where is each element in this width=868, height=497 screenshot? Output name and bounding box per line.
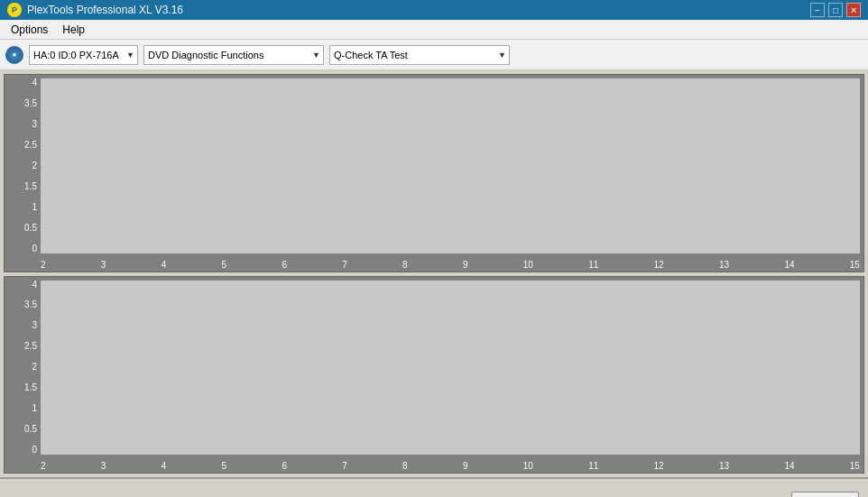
x-label-4: 4 xyxy=(162,261,167,270)
bottom-chart-area xyxy=(41,281,860,456)
menu-bar: Options Help xyxy=(0,20,868,40)
b-x-label-8: 8 xyxy=(402,462,408,471)
top-chart-area xyxy=(41,78,860,253)
b-x-label-2: 2 xyxy=(41,462,46,471)
x-label-7: 7 xyxy=(342,261,347,270)
title-bar: P PlexTools Professional XL V3.16 − □ ✕ xyxy=(0,0,868,20)
bottom-panel: Jitter: 4 Peak Shift: 4 TA Quality Indic… xyxy=(0,477,868,497)
b-y-label-15: 1.5 xyxy=(24,383,37,392)
b-y-label-25: 2.5 xyxy=(24,342,37,351)
b-x-label-5: 5 xyxy=(222,462,227,471)
y-label-05: 0.5 xyxy=(24,224,37,233)
x-label-14: 14 xyxy=(784,261,794,270)
b-x-label-12: 12 xyxy=(654,462,664,471)
x-label-10: 10 xyxy=(523,261,533,270)
b-x-label-13: 13 xyxy=(719,462,729,471)
b-y-label-4: 4 xyxy=(32,281,37,290)
b-x-label-15: 15 xyxy=(850,462,860,471)
b-x-label-10: 10 xyxy=(523,462,533,471)
b-y-label-3: 3 xyxy=(32,321,37,330)
x-label-13: 13 xyxy=(719,261,729,270)
test-select-wrapper: Q-Check TA Test ▼ xyxy=(329,45,510,65)
function-select-wrapper: DVD Diagnostic Functions ▼ xyxy=(143,45,324,65)
menu-options[interactable]: Options xyxy=(4,22,55,38)
bottom-chart: 4 3.5 3 2.5 2 1.5 1 0.5 0 2 3 4 5 6 7 8 … xyxy=(4,276,864,474)
b-y-label-05: 0.5 xyxy=(24,425,37,434)
start-info-group: Start i xyxy=(791,484,859,497)
function-select[interactable]: DVD Diagnostic Functions xyxy=(143,45,324,65)
b-x-label-7: 7 xyxy=(342,462,347,471)
app-icon: P xyxy=(7,3,22,17)
x-label-8: 8 xyxy=(402,261,408,270)
x-label-12: 12 xyxy=(654,261,664,270)
b-x-label-6: 6 xyxy=(282,462,287,471)
b-x-label-3: 3 xyxy=(101,462,106,471)
y-label-3: 3 xyxy=(32,120,37,129)
title-bar-left: P PlexTools Professional XL V3.16 xyxy=(7,3,183,17)
top-chart: 4 3.5 3 2.5 2 1.5 1 0.5 0 2 3 4 5 6 7 8 … xyxy=(4,74,864,272)
top-chart-x-axis: 2 3 4 5 6 7 8 9 10 11 12 13 14 15 xyxy=(41,261,860,270)
minimize-button[interactable]: − xyxy=(810,3,825,17)
x-label-5: 5 xyxy=(222,261,227,270)
y-label-35: 3.5 xyxy=(24,99,37,108)
maximize-button[interactable]: □ xyxy=(828,3,843,17)
menu-help[interactable]: Help xyxy=(55,22,92,38)
b-y-label-1: 1 xyxy=(32,404,37,413)
close-button[interactable]: ✕ xyxy=(846,3,861,17)
test-select[interactable]: Q-Check TA Test xyxy=(329,45,510,65)
y-label-1: 1 xyxy=(32,203,37,212)
top-chart-canvas xyxy=(41,78,311,214)
b-x-label-11: 11 xyxy=(588,462,598,471)
top-chart-y-axis: 4 3.5 3 2.5 2 1.5 1 0.5 0 xyxy=(5,78,41,253)
bottom-chart-canvas xyxy=(41,281,311,416)
device-icon: ● xyxy=(5,46,23,64)
y-label-25: 2.5 xyxy=(24,141,37,150)
y-label-15: 1.5 xyxy=(24,182,37,191)
x-label-9: 9 xyxy=(463,261,468,270)
y-label-0: 0 xyxy=(32,244,37,253)
x-label-2: 2 xyxy=(41,261,46,270)
bottom-chart-y-axis: 4 3.5 3 2.5 2 1.5 1 0.5 0 xyxy=(5,281,41,456)
y-label-2: 2 xyxy=(32,161,37,170)
b-y-label-0: 0 xyxy=(32,446,37,455)
app-title: PlexTools Professional XL V3.16 xyxy=(27,4,183,16)
x-label-15: 15 xyxy=(850,261,860,270)
b-y-label-35: 3.5 xyxy=(24,300,37,309)
start-button[interactable]: Start xyxy=(791,492,859,497)
b-x-label-9: 9 xyxy=(463,462,468,471)
bottom-chart-x-axis: 2 3 4 5 6 7 8 9 10 11 12 13 14 15 xyxy=(41,462,860,471)
b-x-label-14: 14 xyxy=(784,462,794,471)
x-label-6: 6 xyxy=(282,261,287,270)
toolbar: ● HA:0 ID:0 PX-716A ▼ DVD Diagnostic Fun… xyxy=(0,40,868,70)
x-label-3: 3 xyxy=(101,261,106,270)
title-controls: − □ ✕ xyxy=(810,3,861,17)
device-select[interactable]: HA:0 ID:0 PX-716A xyxy=(29,45,138,65)
b-y-label-2: 2 xyxy=(32,363,37,372)
main-content: 4 3.5 3 2.5 2 1.5 1 0.5 0 2 3 4 5 6 7 8 … xyxy=(0,70,868,477)
device-select-wrapper: HA:0 ID:0 PX-716A ▼ xyxy=(29,45,138,65)
x-label-11: 11 xyxy=(588,261,598,270)
y-label-4: 4 xyxy=(32,78,37,87)
b-x-label-4: 4 xyxy=(162,462,167,471)
